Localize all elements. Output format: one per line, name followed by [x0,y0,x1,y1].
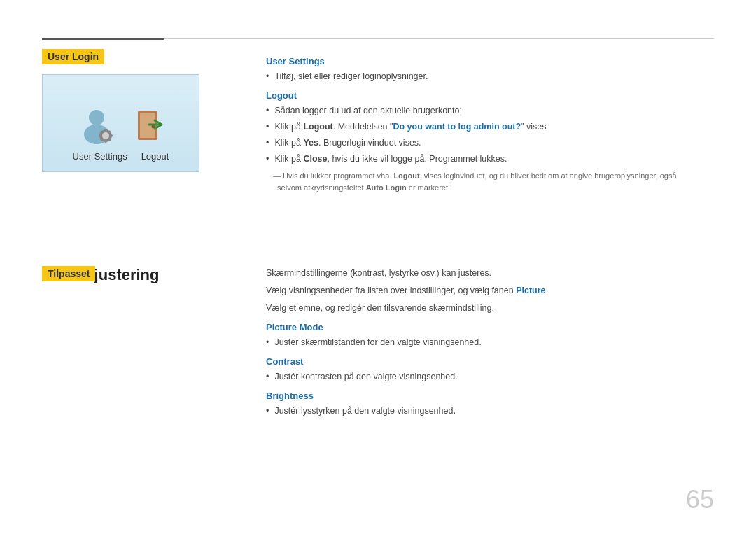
logout-bullet-3: Klik på Yes. Brugerloginvinduet vises. [266,136,714,150]
user-settings-label: User Settings [73,151,127,162]
tilpasset-badge: Tilpasset [42,266,95,281]
contrast-heading: Contrast [266,356,714,367]
contrast-bullet: Justér kontrasten på den valgte visnings… [266,370,714,384]
section2-desc-2: Vælg visningsenheder fra listen over ind… [266,283,714,297]
brightness-heading: Brightness [266,391,714,401]
screenshot-labels: User Settings Logout [73,151,169,162]
screenshot-box: User Settings Logout [42,74,200,172]
brightness-bullet: Justér lysstyrken på den valgte visnings… [266,404,714,418]
logout-icon [135,108,164,146]
picture-mode-bullet: Justér skærmtilstanden for den valgte vi… [266,335,714,349]
screenshot-icons [78,108,164,146]
section2-desc-1: Skærmindstillingerne (kontrast, lystyrke… [266,266,714,280]
logout-bullet-4: Klik på Close, hvis du ikke vil logge på… [266,152,714,166]
section1-left: User Login [42,49,238,172]
svg-rect-5 [104,140,106,143]
picture-mode-heading: Picture Mode [266,322,714,332]
svg-point-3 [102,132,109,139]
svg-rect-6 [99,135,102,137]
logout-label: Logout [141,151,169,162]
svg-rect-7 [110,135,113,137]
logout-footnote: ― Hvis du lukker programmet vha. Logout,… [273,170,714,193]
logout-bullet-1: Sådan logger du ud af den aktuelle bruge… [266,104,714,118]
user-settings-icon [78,108,115,146]
page-container: User Login [0,0,756,534]
section2-desc-3: Vælg et emne, og redigér den tilsvarende… [266,301,714,315]
svg-point-0 [89,110,104,125]
user-settings-heading: User Settings [266,56,714,66]
section1-right: User Settings Tilføj, slet eller rediger… [266,49,714,193]
top-rule-dark [42,38,164,40]
lower-right: Skærmindstillingerne (kontrast, lystyrke… [266,266,714,420]
logout-bullet-2: Klik på Logout. Meddelelsen "Do you want… [266,120,714,134]
page-number: 65 [686,485,714,514]
lower-section: Skærmjustering Tilpasset Skærmindstillin… [42,266,714,295]
svg-rect-4 [104,129,106,132]
logout-heading: Logout [266,90,714,101]
lower-left: Tilpasset [42,266,238,291]
user-login-badge: User Login [42,49,104,64]
user-settings-bullet: Tilføj, slet eller rediger loginoplysnin… [266,69,714,83]
